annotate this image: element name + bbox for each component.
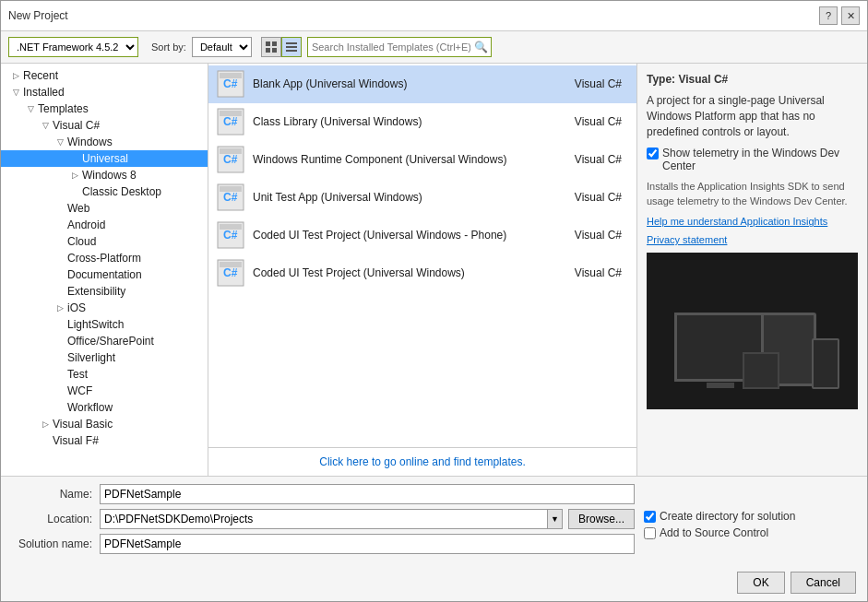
list-view-button[interactable] <box>281 37 302 57</box>
privacy-link[interactable]: Privacy statement <box>647 234 858 245</box>
sidebar-item-cross-platform[interactable]: Cross-Platform <box>1 250 208 266</box>
ok-button[interactable]: OK <box>737 572 784 594</box>
title-bar: New Project ? ✕ <box>1 1 867 31</box>
svg-text:C#: C# <box>223 266 238 279</box>
add-source-checkbox[interactable] <box>644 527 656 539</box>
search-input[interactable] <box>307 37 492 57</box>
sidebar-item-documentation[interactable]: Documentation <box>1 266 208 283</box>
expand-recent[interactable]: ▷ <box>8 68 23 83</box>
create-dir-checkbox[interactable] <box>644 511 656 523</box>
sidebar-item-installed[interactable]: ▽ Installed <box>1 84 208 100</box>
cancel-button[interactable]: Cancel <box>791 572 856 594</box>
name-label: Name: <box>12 488 100 501</box>
svg-rect-2 <box>266 48 270 53</box>
sidebar-item-silverlight[interactable]: Silverlight <box>1 349 208 366</box>
blank-app-icon: C# <box>216 69 245 99</box>
close-button[interactable]: ✕ <box>841 6 860 25</box>
search-icon-button[interactable]: 🔍 <box>473 39 490 55</box>
sidebar-item-test[interactable]: Test <box>1 366 208 383</box>
template-row-blank-app[interactable]: C# Blank App (Universal Windows) Visual … <box>208 65 636 103</box>
view-buttons <box>261 37 302 57</box>
sidebar-item-classic-desktop[interactable]: Classic Desktop <box>1 183 208 200</box>
sidebar-item-office-sharepoint[interactable]: Office/SharePoint <box>1 333 208 349</box>
telemetry-checkbox-label[interactable]: Show telemetry in the Windows Dev Center <box>647 147 858 172</box>
help-link[interactable]: Help me understand Application Insights <box>647 216 858 227</box>
expand-windows[interactable]: ▽ <box>53 135 67 149</box>
add-source-label[interactable]: Add to Source Control <box>644 526 856 539</box>
sidebar-item-universal[interactable]: Universal <box>1 150 208 167</box>
detail-type: Type: Visual C# <box>647 73 858 86</box>
toolbar: .NET Framework 4.5.2 Sort by: Default 🔍 <box>1 31 867 64</box>
sidebar-item-lightswitch[interactable]: LightSwitch <box>1 316 208 333</box>
expand-web <box>53 201 67 216</box>
detail-panel: Type: Visual C# A project for a single-p… <box>636 64 867 476</box>
online-link[interactable]: Click here to go online and find templat… <box>319 455 525 468</box>
sidebar-item-cloud[interactable]: Cloud <box>1 233 208 250</box>
detail-install-description: Installs the Application Insights SDK to… <box>647 180 858 208</box>
sidebar-item-recent[interactable]: ▷ Recent <box>1 67 208 84</box>
expand-templates[interactable]: ▽ <box>23 101 38 116</box>
sidebar-item-web[interactable]: Web <box>1 200 208 217</box>
template-lang-unit-test: Visual C# <box>575 191 622 204</box>
sidebar-item-android[interactable]: Android <box>1 217 208 233</box>
expand-installed[interactable]: ▽ <box>8 85 23 100</box>
phone-device <box>812 338 839 389</box>
template-row-coded-ui-phone[interactable]: C# Coded UI Test Project (Universal Wind… <box>208 217 636 254</box>
svg-rect-0 <box>266 41 270 46</box>
expand-ios[interactable]: ▷ <box>53 301 67 315</box>
template-lang-runtime-comp: Visual C# <box>575 153 622 166</box>
template-lang-coded-ui-phone: Visual C# <box>575 229 622 242</box>
coded-ui-icon: C# <box>216 258 245 288</box>
location-wrapper: ▼ <box>100 509 563 529</box>
svg-rect-1 <box>272 41 277 46</box>
expand-android <box>53 218 67 232</box>
sidebar-item-visual-c[interactable]: ▽ Visual C# <box>1 117 208 134</box>
location-dropdown-arrow[interactable]: ▼ <box>548 509 563 529</box>
tiles-view-button[interactable] <box>261 37 281 57</box>
solution-input[interactable] <box>100 534 635 554</box>
dialog-title: New Project <box>8 9 68 22</box>
framework-select[interactable]: .NET Framework 4.5.2 <box>8 37 138 57</box>
template-lang-blank-app: Visual C# <box>575 77 622 90</box>
template-row-runtime-comp[interactable]: C# Windows Runtime Component (Universal … <box>208 141 636 179</box>
sidebar-item-workflow[interactable]: Workflow <box>1 399 208 416</box>
title-bar-buttons: ? ✕ <box>819 6 860 25</box>
template-row-coded-ui[interactable]: C# Coded UI Test Project (Universal Wind… <box>208 254 636 292</box>
sidebar-item-templates[interactable]: ▽ Templates <box>1 100 208 117</box>
help-button[interactable]: ? <box>819 6 838 25</box>
sidebar-item-windows8[interactable]: ▷ Windows 8 <box>1 167 208 183</box>
expand-visual-f <box>38 433 53 448</box>
sidebar-item-visual-f[interactable]: Visual F# <box>1 432 208 449</box>
sidebar-item-extensibility[interactable]: Extensibility <box>1 283 208 300</box>
template-lang-coded-ui: Visual C# <box>575 266 622 279</box>
sort-select[interactable]: Default <box>192 37 252 57</box>
expand-visual-basic[interactable]: ▷ <box>38 417 53 431</box>
expand-wcf <box>53 384 67 398</box>
browse-button[interactable]: Browse... <box>568 509 635 529</box>
expand-cross-platform <box>53 251 67 266</box>
sidebar-item-windows[interactable]: ▽ Windows <box>1 134 208 150</box>
svg-text:C#: C# <box>223 77 238 90</box>
content-area: C# Blank App (Universal Windows) Visual … <box>208 64 636 476</box>
sidebar-item-wcf[interactable]: WCF <box>1 383 208 399</box>
template-row-class-lib[interactable]: C# Class Library (Universal Windows) Vis… <box>208 103 636 141</box>
create-dir-label[interactable]: Create directory for solution <box>644 510 856 523</box>
small-device <box>743 352 779 389</box>
expand-visual-c[interactable]: ▽ <box>38 118 53 133</box>
name-input[interactable] <box>100 484 635 504</box>
detail-description: A project for a single-page Universal Wi… <box>647 93 858 139</box>
location-input[interactable] <box>100 509 548 529</box>
template-row-unit-test[interactable]: C# Unit Test App (Universal Windows) Vis… <box>208 179 636 217</box>
sidebar-item-ios[interactable]: ▷ iOS <box>1 300 208 316</box>
name-row: Name: <box>12 484 635 504</box>
telemetry-checkbox[interactable] <box>647 148 659 159</box>
expand-windows8[interactable]: ▷ <box>67 168 82 183</box>
sidebar-item-visual-basic[interactable]: ▷ Visual Basic <box>1 416 208 432</box>
coded-ui-phone-icon: C# <box>216 220 245 250</box>
sidebar: ▷ Recent ▽ Installed ▽ Templates ▽ Visua… <box>1 64 208 476</box>
class-lib-icon: C# <box>216 107 245 136</box>
action-buttons-area: OK Cancel <box>1 566 867 601</box>
expand-classic-desktop <box>67 184 82 199</box>
solution-label: Solution name: <box>12 537 100 550</box>
expand-silverlight <box>53 350 67 365</box>
